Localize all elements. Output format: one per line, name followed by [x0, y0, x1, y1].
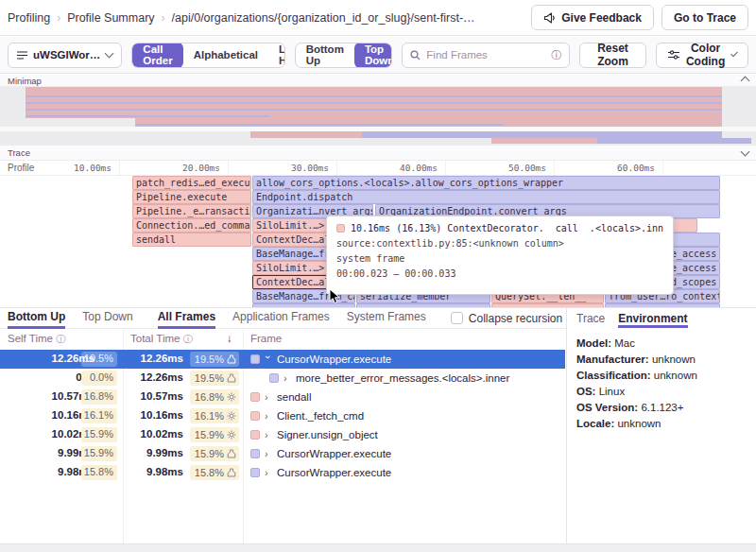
table-row[interactable]: 0ns 0.0% 12.26ms 19.5% ›more_better_erro… — [0, 369, 565, 388]
self-time-value: 10.16ms — [0, 409, 94, 421]
chevron-collapsed-icon[interactable]: › — [265, 448, 272, 459]
collapse-trace-icon[interactable] — [741, 147, 750, 156]
flamegraph-toolbar: uWSGIWor… Call Order Alphabetical Left H… — [0, 37, 756, 74]
sort-left-heavy[interactable]: Left Heavy — [268, 43, 285, 68]
info-icon: ⓘ — [183, 334, 193, 344]
system-frame-icon — [227, 392, 236, 402]
info-icon: ⓘ — [56, 334, 65, 344]
total-time-percent: 19.5% — [190, 371, 239, 386]
direction-bottom-up[interactable]: Bottom Up — [296, 43, 354, 68]
direction-top-down[interactable]: Top Down — [354, 43, 392, 68]
frame-color-square — [250, 430, 260, 440]
frame-name: CursorWrapper.execute — [277, 467, 391, 478]
tick-label: 50.00ms — [508, 163, 546, 173]
chevron-expanded-icon[interactable]: › — [263, 355, 274, 363]
total-time-value: 12.26ms — [127, 353, 183, 364]
time-ruler: Profile 10.00ms 20.00ms 30.00ms 40.00ms … — [0, 161, 756, 176]
chevron-collapsed-icon[interactable]: › — [265, 429, 272, 440]
frame-stats-panel: Bottom Up Top Down All Frames Applicatio… — [0, 307, 756, 552]
direction-segmented-control: Bottom Up Top Down — [295, 43, 393, 68]
detail-manufacturer: Manufacturer: unknown — [576, 352, 747, 368]
column-self-time[interactable]: Self Time ⓘ — [8, 333, 65, 346]
minimap-label: Minimap — [8, 76, 42, 86]
tab-application-frames[interactable]: Application Frames — [232, 308, 330, 329]
flamegraph-frame[interactable]: SiloLimit.…>.over — [252, 218, 327, 233]
trace-header: Trace — [0, 146, 756, 161]
self-time-percent: 15.9% — [81, 446, 117, 461]
flamegraph-frame[interactable] — [673, 218, 697, 233]
flamegraph-frame-hovered[interactable]: ContextDec…als>.i — [252, 275, 327, 289]
tab-environment[interactable]: Environment — [618, 312, 687, 328]
flamegraph-frame[interactable]: patch_redis…ed_execute — [132, 176, 251, 190]
self-time-value: 9.99ms — [0, 447, 94, 458]
chevron-down-icon — [105, 49, 114, 59]
table-row[interactable]: 12.26ms 19.5% 12.26ms 19.5% ›CursorWrapp… — [0, 350, 565, 369]
application-frame-icon — [227, 354, 236, 364]
table-row[interactable]: 10.02ms 15.9% 10.02ms 15.9% ›Signer.unsi… — [0, 425, 565, 444]
total-time-value: 12.26ms — [127, 371, 183, 383]
minimap[interactable] — [0, 87, 756, 146]
flamegraph-frame[interactable]: Connection.…ed_command — [132, 218, 251, 233]
sort-alphabetical[interactable]: Alphabetical — [183, 43, 268, 68]
minimap-bar — [26, 115, 269, 117]
collapse-minimap-icon[interactable] — [741, 76, 750, 85]
total-time-value: 9.99ms — [127, 447, 183, 458]
minimap-bar — [491, 138, 597, 144]
tab-bottom-up[interactable]: Bottom Up — [8, 308, 65, 329]
detail-locale: Locale: unknown — [576, 416, 747, 432]
sort-direction-icon[interactable]: ↓ — [227, 333, 232, 344]
details-tab-bar: Trace Environment — [567, 308, 756, 328]
search-input[interactable] — [426, 49, 545, 60]
table-row[interactable]: 9.98ms 15.8% 9.98ms 15.8% ›CursorWrapper… — [0, 463, 565, 482]
total-time-percent: 15.8% — [190, 465, 239, 480]
table-row[interactable]: 10.57ms 16.8% 10.57ms 16.8% ›sendall — [0, 388, 565, 406]
tick-label: 30.00ms — [291, 163, 329, 173]
flamegraph-frame[interactable]: Pipeline._e…ransaction — [132, 204, 251, 218]
tab-trace[interactable]: Trace — [576, 312, 605, 328]
sliders-icon — [668, 50, 679, 60]
frame-color-square — [250, 354, 260, 364]
chevron-collapsed-icon[interactable]: › — [265, 467, 272, 478]
flamegraph-frame[interactable]: sendall — [132, 233, 251, 247]
sort-call-order[interactable]: Call Order — [132, 43, 182, 68]
chevron-collapsed-icon[interactable]: › — [284, 372, 291, 384]
go-to-trace-button[interactable]: Go to Trace — [662, 5, 748, 30]
flamegraph-frame[interactable]: allow_cors_options.<locals>.allow_cors_o… — [252, 176, 720, 190]
reset-zoom-button[interactable]: Reset Zoom — [579, 43, 645, 68]
sort-segmented-control: Call Order Alphabetical Left Heavy — [131, 43, 284, 68]
color-coding-button[interactable]: Color Coding — [656, 43, 748, 68]
total-time-percent: 16.1% — [190, 408, 239, 423]
flamegraph-frame[interactable]: Pipeline.execute — [132, 190, 251, 204]
column-total-time[interactable]: Total Time ⓘ — [130, 333, 193, 346]
horizontal-scrollbar-track[interactable] — [0, 543, 756, 552]
frame-color-square — [250, 411, 260, 421]
chevron-collapsed-icon[interactable]: › — [265, 391, 272, 403]
thread-selector-label: uWSGIWor… — [33, 49, 100, 60]
frame-name: CursorWrapper.execute — [277, 448, 391, 459]
column-frame[interactable]: Frame — [250, 333, 282, 344]
self-time-percent: 16.1% — [81, 408, 117, 423]
minimap-bar — [250, 131, 362, 138]
megaphone-icon — [543, 12, 556, 24]
collapse-recursion-checkbox[interactable] — [451, 312, 463, 324]
thread-selector[interactable]: uWSGIWor… — [8, 43, 122, 68]
total-time-percent: 15.9% — [190, 427, 239, 442]
tab-top-down[interactable]: Top Down — [82, 308, 132, 329]
flamegraph-frame[interactable]: ContextDec…als>.i — [252, 233, 327, 247]
flamegraph-frame[interactable]: Endpoint.dispatch — [252, 190, 720, 204]
breadcrumb-profile-summary[interactable]: Profile Summary — [67, 11, 154, 25]
tab-system-frames[interactable]: System Frames — [347, 308, 426, 329]
table-row[interactable]: 10.16ms 16.1% 10.16ms 16.1% ›Client._fet… — [0, 406, 565, 425]
total-time-percent: 16.8% — [190, 389, 239, 405]
mouse-cursor — [329, 288, 340, 304]
flamegraph-frame[interactable]: SiloLimit.…>.over — [252, 261, 327, 275]
give-feedback-button[interactable]: Give Feedback — [531, 5, 654, 30]
table-row[interactable]: 9.99ms 15.9% 9.99ms 15.9% ›CursorWrapper… — [0, 444, 565, 463]
flamegraph-frame[interactable]: BaseManage…from_c — [252, 247, 327, 261]
tab-all-frames[interactable]: All Frames — [158, 308, 215, 329]
total-time-value: 10.02ms — [127, 428, 183, 440]
chevron-collapsed-icon[interactable]: › — [265, 410, 272, 422]
frame-name: Client._fetch_cmd — [277, 410, 364, 422]
breadcrumb: Profiling › Profile Summary › /api/0/org… — [8, 11, 475, 25]
breadcrumb-profiling[interactable]: Profiling — [8, 11, 50, 25]
